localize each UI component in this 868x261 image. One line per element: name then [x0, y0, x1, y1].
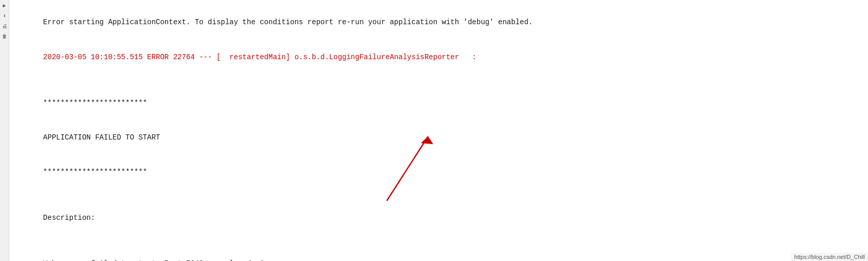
- description-label-line: Description:: [26, 201, 858, 235]
- description-text-line: Web server failed to start. Port 5040 wa…: [26, 247, 858, 261]
- spacer-3: [26, 235, 858, 247]
- stars-line-2: ************************: [26, 155, 858, 189]
- main-content: Error starting ApplicationContext. To di…: [10, 0, 868, 261]
- left-toolbar: ▶ ⬇ 🖨 🗑: [0, 0, 9, 261]
- app-failed-line: APPLICATION FAILED TO START: [26, 120, 858, 155]
- error-timestamp-line: 2020-03-05 10:10:55.515 ERROR 22764 --- …: [26, 40, 858, 74]
- url-text: https://blog.csdn.net/D_Chill: [794, 254, 865, 260]
- error-timestamp-text: 2020-03-05 10:10:55.515 ERROR 22764 --- …: [43, 53, 477, 61]
- toolbar-icon-1[interactable]: ▶: [1, 2, 8, 9]
- spacer-1: [26, 74, 858, 85]
- app-failed-text: APPLICATION FAILED TO START: [43, 133, 160, 142]
- toolbar-icon-3[interactable]: 🖨: [1, 23, 8, 30]
- description-label-text: Description:: [43, 214, 95, 222]
- error-context-text: Error starting ApplicationContext. To di…: [43, 18, 533, 26]
- url-bar: https://blog.csdn.net/D_Chill: [791, 253, 868, 261]
- toolbar-icon-4[interactable]: 🗑: [1, 33, 8, 40]
- spacer-2: [26, 189, 858, 201]
- toolbar-icon-2[interactable]: ⬇: [1, 12, 8, 20]
- error-context-line: Error starting ApplicationContext. To di…: [26, 5, 858, 40]
- stars-line-1: ************************: [26, 85, 858, 120]
- stars-text-2: ************************: [43, 168, 148, 176]
- stars-text-1: ************************: [43, 99, 148, 107]
